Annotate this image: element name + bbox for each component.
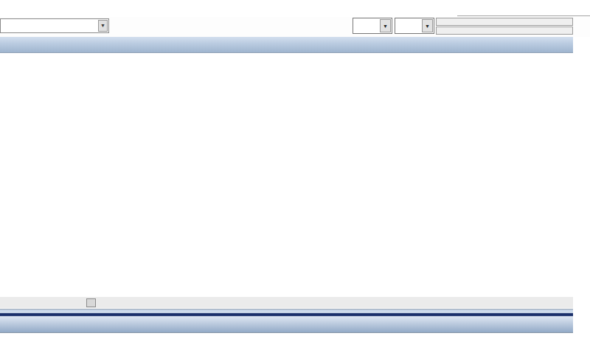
channel-select-a[interactable]: ▼ [353,18,392,34]
toolbar-row-top [0,0,590,17]
probe-combobox[interactable]: ▼ [0,18,109,33]
panel-header-band-top [0,37,573,53]
horizontal-scrollbar[interactable] [0,297,573,308]
level-meters [436,18,573,35]
toolbar-row-probe: ▼ ▼ ▼ [0,17,590,37]
chevron-down-icon[interactable]: ▼ [380,19,391,32]
scrollbar-thumb[interactable] [86,298,96,307]
channel-select-b[interactable]: ▼ [395,18,434,34]
level-meter-b [436,27,573,35]
toolbar-divider [457,15,590,16]
chevron-down-icon[interactable]: ▼ [422,19,433,32]
level-meter-a [436,18,573,26]
chevron-down-icon[interactable]: ▼ [98,20,108,32]
panel-header-band-bottom [0,309,573,333]
